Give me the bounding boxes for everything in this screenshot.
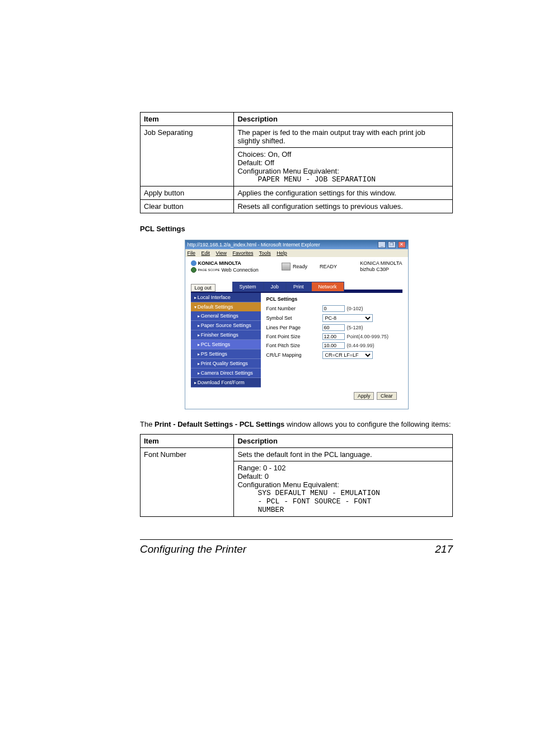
browser-menubar: File Edit View Favorites Tools Help — [185, 249, 408, 257]
input-fps[interactable] — [322, 333, 345, 340]
hint-fps: Point(4.00-999.75) — [347, 334, 389, 339]
t2-col-desc-header: Description — [234, 434, 453, 447]
window-controls: _ ❐ ✕ — [377, 241, 405, 248]
clear-button[interactable]: Clear — [377, 392, 397, 400]
sidebar: Local Interface Default Settings General… — [191, 293, 261, 388]
default2-line: Default: 0 — [237, 472, 449, 480]
hint-fpitch: (0.44-99.99) — [347, 343, 374, 348]
settings-table-1: Item Description Job Separating The pape… — [140, 112, 453, 213]
tab-print[interactable]: Print — [286, 282, 311, 292]
input-fpitch[interactable] — [322, 342, 345, 349]
sidebar-item-finisher[interactable]: Finisher Settings — [191, 330, 261, 340]
apply-row-desc: Applies the configuration settings for t… — [234, 186, 453, 200]
main-panel: PCL Settings Font Number (0-102) Symbol … — [261, 293, 402, 388]
select-symbol-set[interactable]: PC-8 — [322, 314, 373, 322]
path-line-2: - PCL - FONT SOURCE - FONT — [237, 497, 449, 506]
cme-line: Configuration Menu Equivalent: — [237, 167, 449, 175]
brand-dot-icon — [191, 260, 196, 266]
para-pre: The — [140, 420, 154, 428]
browser-titlebar: http://192.168.1.2/a_index.html - Micros… — [185, 240, 408, 249]
sidebar-item-general[interactable]: General Settings — [191, 311, 261, 321]
intro-paragraph: The Print - Default Settings - PCL Setti… — [140, 419, 453, 430]
label-fps: Font Point Size — [266, 334, 322, 339]
cme2-line: Configuration Menu Equivalent: — [237, 480, 449, 489]
sidebar-item-pq[interactable]: Print Quality Settings — [191, 359, 261, 368]
window-title: http://192.168.1.2/a_index.html - Micros… — [188, 242, 320, 248]
brand-text: KONICA MINOLTA — [198, 260, 241, 266]
label-crlf: CR/LF Mapping — [266, 352, 322, 358]
sidebar-item-paper[interactable]: Paper Source Settings — [191, 321, 261, 330]
sidebar-item-local[interactable]: Local Interface — [191, 293, 261, 302]
label-fpitch: Font Pitch Size — [266, 343, 322, 348]
menu-path: PAPER MENU - JOB SEPARATION — [237, 175, 449, 184]
para-bold: Print - Default Settings - PCL Settings — [154, 420, 284, 428]
printer-icon — [282, 263, 291, 270]
range-line: Range: 0 - 102 — [237, 464, 449, 472]
panel-heading: PCL Settings — [266, 296, 397, 302]
hint-font-number: (0-102) — [347, 306, 363, 311]
hint-lines: (5-128) — [347, 325, 363, 330]
menu-edit[interactable]: Edit — [202, 250, 210, 256]
menu-view[interactable]: View — [216, 250, 227, 256]
label-font-number: Font Number — [266, 306, 322, 311]
footer-page-number: 217 — [435, 543, 453, 556]
footer-title: Configuring the Printer — [140, 543, 246, 556]
globe-icon — [191, 267, 196, 273]
job-separating-details: Choices: On, Off Default: Off Configurat… — [234, 148, 453, 186]
para-post: window allows you to configure the follo… — [284, 420, 451, 428]
apply-row-item: Apply button — [140, 186, 234, 200]
label-symbol-set: Symbol Set — [266, 315, 322, 321]
close-icon[interactable]: ✕ — [398, 241, 406, 248]
select-crlf[interactable]: CR=CR LF=LF — [322, 351, 373, 359]
brand-logo: KONICA MINOLTA — [191, 260, 259, 266]
tab-network[interactable]: Network — [311, 282, 344, 292]
webconn-text: Web Connection — [221, 267, 258, 273]
t2-col-item-header: Item — [140, 434, 234, 447]
maximize-icon[interactable]: ❐ — [388, 241, 396, 248]
section-header-pcl: PCL Settings — [140, 225, 453, 233]
path-line-1: SYS DEFAULT MENU - EMULATION — [237, 489, 449, 497]
path-line-3: NUMBER — [237, 506, 449, 514]
settings-table-2: Item Description Font Number Sets the de… — [140, 434, 453, 517]
logout-button[interactable]: Log out — [191, 284, 216, 292]
pagescope-text: PAGE SCOPE — [198, 268, 220, 272]
job-separating-label: Job Separating — [140, 126, 234, 186]
choices-line: Choices: On, Off — [237, 150, 449, 158]
menu-help[interactable]: Help — [277, 250, 287, 256]
font-number-desc: Sets the default font in the PCL languag… — [234, 447, 453, 461]
menu-file[interactable]: File — [188, 250, 196, 256]
menu-tools[interactable]: Tools — [259, 250, 271, 256]
sidebar-item-download[interactable]: Download Font/Form — [191, 378, 261, 388]
status-ready-small: Ready — [293, 264, 307, 269]
font-number-item: Font Number — [140, 447, 234, 516]
input-font-number[interactable] — [322, 305, 345, 312]
status-ready-big: READY — [320, 264, 337, 269]
input-lines[interactable] — [322, 324, 345, 331]
col-desc-header: Description — [234, 113, 453, 126]
job-separating-desc: The paper is fed to the main output tray… — [234, 126, 453, 148]
default-line: Default: Off — [237, 158, 449, 167]
apply-button[interactable]: Apply — [354, 392, 374, 400]
page-footer: Configuring the Printer 217 — [140, 539, 453, 556]
menu-favorites[interactable]: Favorites — [232, 250, 253, 256]
label-lines: Lines Per Page — [266, 325, 322, 330]
tab-spacer — [344, 290, 402, 292]
sidebar-item-camera[interactable]: Camera Direct Settings — [191, 368, 261, 378]
browser-window: http://192.168.1.2/a_index.html - Micros… — [185, 240, 409, 409]
tab-system[interactable]: System — [232, 282, 264, 292]
minimize-icon[interactable]: _ — [378, 241, 386, 248]
model-name: bizhub C30P — [360, 267, 402, 273]
sidebar-item-default[interactable]: Default Settings — [191, 302, 261, 311]
clear-row-item: Clear button — [140, 200, 234, 213]
model-brand: KONICA MINOLTA — [360, 260, 402, 267]
sidebar-item-ps[interactable]: PS Settings — [191, 349, 261, 359]
web-connection-line: PAGE SCOPE Web Connection — [191, 267, 259, 273]
font-number-details: Range: 0 - 102 Default: 0 Configuration … — [234, 461, 453, 516]
tab-job[interactable]: Job — [264, 282, 287, 292]
clear-row-desc: Resets all configuration settings to pre… — [234, 200, 453, 213]
sidebar-item-pcl[interactable]: PCL Settings — [191, 340, 261, 349]
col-item-header: Item — [140, 113, 234, 126]
